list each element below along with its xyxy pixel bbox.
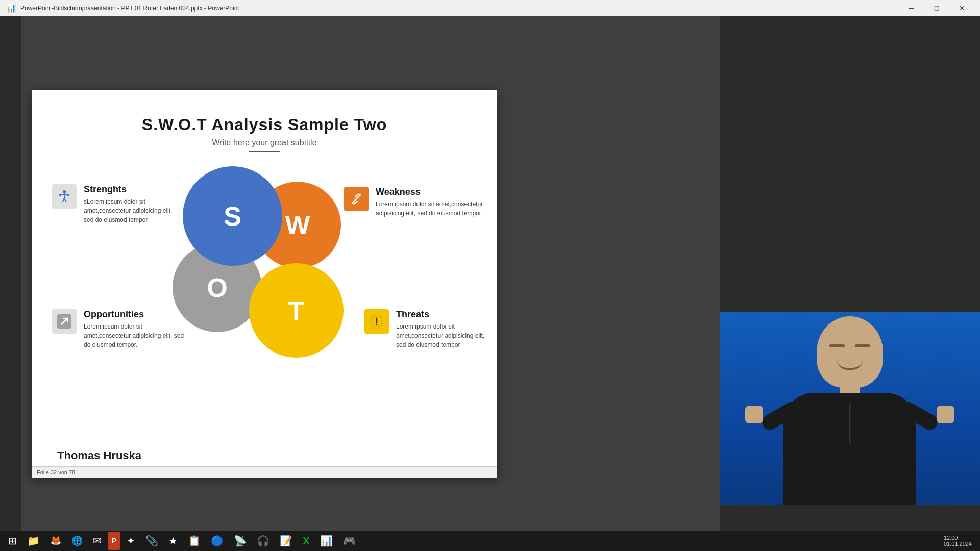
app-icon-8[interactable]: 📝 <box>276 532 297 550</box>
video-panel <box>720 286 980 505</box>
outlook-icon[interactable]: ✉ <box>89 532 106 550</box>
clock: 12:0001.01.2024 <box>940 532 976 550</box>
svg-point-11 <box>376 324 378 325</box>
app-icon-7[interactable]: 🎧 <box>253 532 274 550</box>
app-icon-2[interactable]: 📎 <box>141 532 162 550</box>
powerpoint-icon[interactable]: P <box>108 532 120 550</box>
svg-line-3 <box>62 198 64 202</box>
app-icon: 📊 <box>6 3 16 13</box>
file-explorer[interactable]: 📁 <box>23 532 44 550</box>
weakness-label: Weakness Lorem ipsum dolor sit amet,cons… <box>344 187 487 218</box>
app-icon-6[interactable]: 📡 <box>230 532 251 550</box>
presenter-name: Thomas Hruska <box>57 449 141 462</box>
status-bar: Folie 32 von 78 <box>32 466 497 478</box>
strengths-text: Strenghts sLorem ipsum dolor sit amet,co… <box>84 184 175 224</box>
app-icon-4[interactable]: 📋 <box>184 532 205 550</box>
slide-subtitle: Write here your great subtitle <box>32 138 497 147</box>
subtitle-underline <box>249 151 280 152</box>
app-icon-10[interactable]: 📊 <box>316 532 337 550</box>
maximize-button[interactable]: □ <box>925 0 948 16</box>
start-button[interactable]: ⊞ <box>4 532 21 550</box>
svg-rect-5 <box>59 194 61 196</box>
right-panel <box>720 16 980 551</box>
app-icon-3[interactable]: ★ <box>164 532 182 550</box>
app-icon-11[interactable]: 🎮 <box>339 532 360 550</box>
chrome-icon[interactable]: 🌐 <box>67 532 87 550</box>
circle-s: S <box>183 166 282 266</box>
swot-diagram: S W O T <box>167 166 361 381</box>
svg-line-4 <box>64 198 66 202</box>
window-title: PowerPoint-Bildschirmpräsentation - PPT … <box>20 5 899 12</box>
minimize-button[interactable]: ─ <box>899 0 923 16</box>
threats-icon <box>364 309 389 334</box>
svg-point-0 <box>63 190 66 193</box>
app-icon-5[interactable]: 🔵 <box>207 532 228 550</box>
window-controls: ─ □ ✕ <box>899 0 974 16</box>
slide-status: Folie 32 von 78 <box>37 469 75 475</box>
svg-rect-6 <box>67 194 69 196</box>
slide-title: S.W.O.T Analysis Sample Two <box>32 90 497 134</box>
slide: S.W.O.T Analysis Sample Two Write here y… <box>32 90 497 478</box>
svg-line-8 <box>354 197 358 201</box>
left-sidebar <box>0 16 21 551</box>
title-bar: 📊 PowerPoint-Bildschirmpräsentation - PP… <box>0 0 980 16</box>
taskbar: ⊞ 📁 🦊 🌐 ✉ P ✦ 📎 ★ 📋 🔵 📡 🎧 📝 X 📊 🎮 12:000… <box>0 531 980 551</box>
strengths-label: Strenghts sLorem ipsum dolor sit amet,co… <box>52 184 175 224</box>
opportunities-icon <box>52 309 77 334</box>
dark-right-top <box>720 16 980 312</box>
threats-text: Threats Lorem ipsum dolor sit amet,conse… <box>396 309 487 349</box>
slide-container: S.W.O.T Analysis Sample Two Write here y… <box>21 16 720 551</box>
close-button[interactable]: ✕ <box>950 0 974 16</box>
firefox-icon[interactable]: 🦊 <box>46 532 65 550</box>
weakness-icon <box>344 187 369 211</box>
strengths-icon <box>52 184 77 209</box>
app-icon-9[interactable]: X <box>299 532 313 550</box>
weakness-text: Weakness Lorem ipsum dolor sit amet,cons… <box>376 187 487 218</box>
app-icon-1[interactable]: ✦ <box>122 532 139 550</box>
threats-label: Threats Lorem ipsum dolor sit amet,conse… <box>364 309 487 349</box>
video-person <box>720 286 980 505</box>
circle-t: T <box>249 263 344 358</box>
